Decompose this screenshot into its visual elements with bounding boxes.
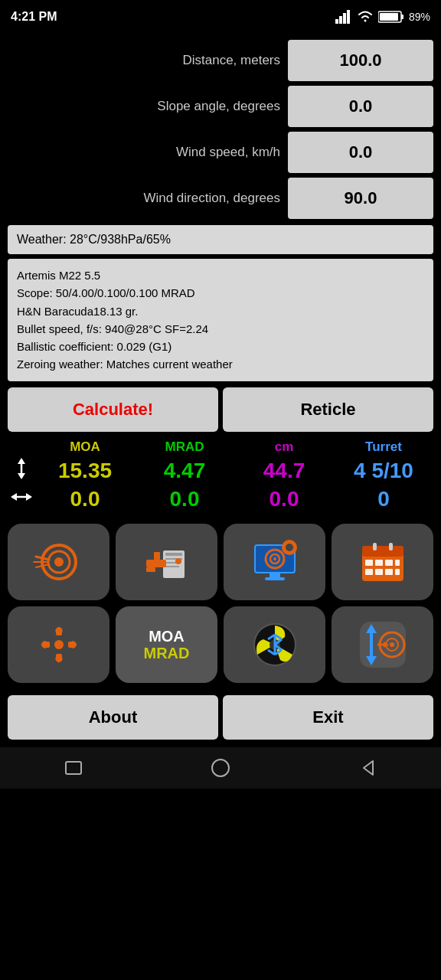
distance-row: Distance, meters [8,40,433,81]
horizontal-turret: 0 [334,487,433,511]
wind-dir-label: Wind direction, degrees [8,191,288,206]
vertical-turret: 4 5/10 [334,459,433,483]
signal-icon [335,10,352,24]
slope-input[interactable] [288,86,433,127]
converter-label-mrad: MRAD [144,645,190,662]
gun-info-line4: Bullet speed, f/s: 940@28°C SF=2.24 [17,320,424,338]
horizontal-cm: 0.0 [234,487,334,511]
svg-marker-12 [26,493,32,501]
slope-label: Slope angle, degrees [8,99,288,114]
weather-text: Weather: 28°C/938hPa/65% [17,233,171,246]
svg-rect-0 [335,19,338,24]
results-header: MOA MRAD cm Turret [8,439,433,455]
svg-point-54 [54,640,64,649]
vertical-row: 15.35 4.47 44.7 4 5/10 [8,458,433,484]
vertical-moa: 15.35 [35,459,135,483]
wind-dir-row: Wind direction, degrees [8,178,433,219]
header-turret: Turret [334,439,433,455]
horizontal-moa: 0.0 [35,487,135,511]
nav-home[interactable] [201,753,240,783]
app-icon-settings[interactable] [8,606,109,683]
vertical-cm: 44.7 [234,459,334,483]
wifi-icon [357,10,374,24]
converter-label-moa: MOA [149,628,185,645]
vertical-icon [8,458,35,484]
svg-point-27 [175,558,181,564]
gun-info-box: Artemis M22 5.5 Scope: 50/4.00/0.100/0.1… [8,259,433,381]
gun-info-line3: H&N Baracuda18.13 gr. [17,302,424,320]
svg-rect-23 [165,566,179,567]
status-icons: 89% [335,10,430,24]
header-cm: cm [234,439,334,455]
distance-input[interactable] [288,40,433,81]
results-section: MOA MRAD cm Turret 15.35 4.47 44.7 4 5/1… [0,436,441,518]
svg-point-83 [212,760,229,776]
weather-box: Weather: 28°C/938hPa/65% [8,225,433,254]
gun-info-line6: Zeroing weather: Matches current weather [17,355,424,373]
header-moa: MOA [35,439,135,455]
app-icon-calendar[interactable] [332,524,433,600]
svg-rect-47 [365,569,373,575]
exit-button[interactable]: Exit [223,695,433,740]
svg-point-79 [390,642,394,647]
svg-rect-50 [395,569,400,575]
horizontal-icon [8,488,35,511]
calculate-button[interactable]: Calculate! [8,387,218,432]
distance-label: Distance, meters [8,53,288,68]
gun-info-line1: Artemis M22 5.5 [17,266,424,284]
gun-info-line2: Scope: 50/4.00/0.100/0.100 MRAD [17,284,424,302]
svg-marker-84 [364,761,373,775]
svg-rect-44 [375,560,383,566]
reticle-button[interactable]: Reticle [223,387,433,432]
app-icon-bluetooth[interactable] [224,606,325,683]
icons-grid: MOA MRAD [0,518,441,689]
svg-rect-33 [270,573,280,577]
nav-recents[interactable] [54,753,93,783]
wind-speed-label: Wind speed, km/h [8,145,288,160]
app-icon-desktop[interactable] [224,524,325,600]
svg-rect-2 [343,13,346,24]
bottom-row: About Exit [8,695,433,740]
svg-rect-42 [362,546,403,557]
wind-speed-input[interactable] [288,132,433,173]
calc-row: Calculate! Reticle [8,387,433,432]
svg-rect-26 [146,567,155,572]
nav-back[interactable] [348,753,387,783]
svg-rect-34 [265,577,285,580]
about-button[interactable]: About [8,695,218,740]
app-icon-log[interactable] [116,524,217,600]
horizontal-row: 0.0 0.0 0.0 0 [8,487,433,511]
svg-marker-9 [18,473,25,479]
vertical-mrad: 4.47 [135,459,234,483]
app-icon-turret[interactable] [332,606,433,683]
svg-rect-51 [373,543,377,550]
svg-rect-5 [401,15,403,19]
app-icon-converter[interactable]: MOA MRAD [116,606,217,683]
svg-rect-45 [385,560,393,566]
svg-marker-11 [11,493,17,501]
wind-dir-input[interactable] [288,178,433,219]
svg-rect-52 [389,543,393,550]
nav-bar [0,747,441,789]
header-mrad: MRAD [135,439,234,455]
status-time: 4:21 PM [11,10,57,24]
svg-rect-49 [385,569,393,575]
input-section: Distance, meters Slope angle, degrees Wi… [0,34,441,219]
svg-point-15 [54,557,64,567]
svg-rect-20 [165,553,182,556]
status-bar: 4:21 PM 89% [0,0,441,34]
svg-point-32 [273,557,276,560]
svg-rect-82 [66,762,81,774]
slope-row: Slope angle, degrees [8,86,433,127]
battery-icon [378,10,404,24]
svg-rect-1 [339,16,342,24]
svg-rect-48 [375,569,383,575]
svg-rect-24 [146,560,166,567]
battery-percent: 89% [409,11,430,23]
svg-rect-46 [395,560,400,566]
gun-info-line5: Ballistic coefficient: 0.029 (G1) [17,338,424,355]
horizontal-mrad: 0.0 [135,487,234,511]
svg-rect-6 [380,13,398,21]
svg-rect-25 [154,552,160,560]
app-icon-ballistics[interactable] [8,524,109,600]
